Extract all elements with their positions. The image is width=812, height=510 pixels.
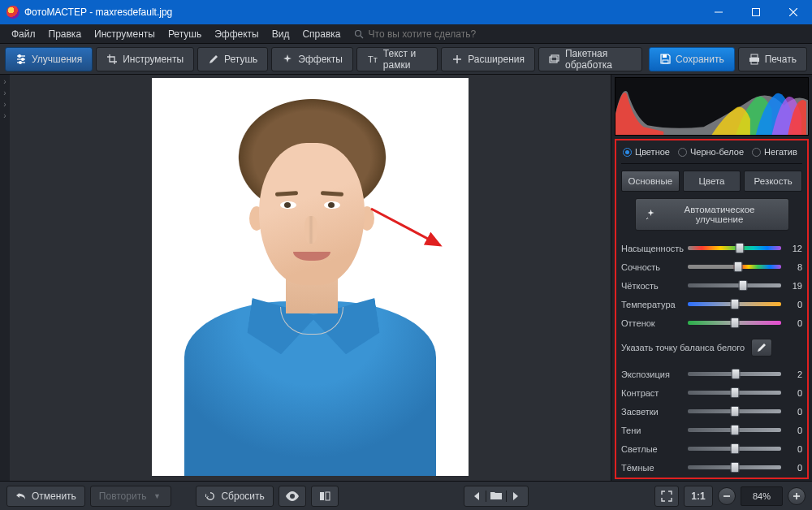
tab-batch-label: Пакетная обработка <box>565 48 632 71</box>
svg-rect-24 <box>326 492 330 500</box>
toggle-preview-button[interactable] <box>279 486 306 507</box>
print-label: Печать <box>765 54 797 65</box>
slider-knob[interactable] <box>730 318 739 328</box>
tab-text[interactable]: Tт Текст и рамки <box>356 47 438 71</box>
slider-track[interactable] <box>688 321 781 325</box>
slider-track[interactable] <box>688 447 781 451</box>
slider-track[interactable] <box>688 409 781 413</box>
reset-button[interactable]: Сбросить <box>196 486 273 507</box>
slider-knob[interactable] <box>730 299 739 309</box>
text-icon: Tт <box>367 54 378 65</box>
slider-track[interactable] <box>688 465 781 469</box>
tab-enhance[interactable]: Улучшения <box>5 47 93 71</box>
chevron-right-icon: › <box>3 89 6 97</box>
slider-track[interactable] <box>688 246 781 250</box>
save-button[interactable]: Сохранить <box>649 47 735 71</box>
eye-icon <box>286 491 299 501</box>
compare-button[interactable] <box>311 486 339 507</box>
menu-tools[interactable]: Инструменты <box>88 27 162 41</box>
next-image-button[interactable] <box>507 491 525 502</box>
slider-knob[interactable] <box>734 261 743 272</box>
slider-track[interactable] <box>688 265 781 269</box>
slider-value: 0 <box>784 300 802 309</box>
window-title: ФотоМАСТЕР - maxresdefault.jpg <box>24 6 172 18</box>
image-canvas[interactable] <box>152 78 469 476</box>
slider-value: 19 <box>784 281 802 291</box>
slider-knob[interactable] <box>738 280 747 291</box>
slider-vibrance: Сочность8 <box>621 257 802 276</box>
slider-tint: Оттенок0 <box>621 313 802 332</box>
tab-batch[interactable]: Пакетная обработка <box>538 47 642 71</box>
histogram[interactable] <box>615 77 809 136</box>
slider-label: Насыщенность <box>621 244 685 253</box>
slider-knob[interactable] <box>730 462 739 473</box>
menu-effects[interactable]: Эффекты <box>208 27 266 41</box>
slider-shadows: Тени0 <box>621 421 802 439</box>
titlebar: ФотоМАСТЕР - maxresdefault.jpg <box>0 0 812 24</box>
maximize-button[interactable] <box>737 0 775 24</box>
print-icon <box>749 54 760 65</box>
reset-icon <box>205 491 216 502</box>
redo-button[interactable]: Повторить ▼ <box>90 486 172 507</box>
menu-view[interactable]: Вид <box>266 27 296 41</box>
color-mode-row: Цветное Черно-белое Негатив <box>621 144 802 164</box>
canvas-area[interactable] <box>10 75 611 481</box>
undo-button[interactable]: Отменить <box>6 486 85 507</box>
menu-help[interactable]: Справка <box>296 27 347 41</box>
menu-retouch[interactable]: Ретушь <box>162 27 208 41</box>
close-button[interactable] <box>775 0 812 24</box>
zoom-in-button[interactable] <box>788 487 806 505</box>
help-search-input[interactable] <box>367 28 513 41</box>
portrait-face <box>259 143 365 285</box>
slider-knob[interactable] <box>731 369 740 379</box>
tab-basic[interactable]: Основные <box>621 171 680 192</box>
actual-size-button[interactable]: 1:1 <box>684 486 713 507</box>
zoom-out-button[interactable] <box>718 487 736 505</box>
slider-track[interactable] <box>688 428 781 432</box>
slider-knob[interactable] <box>730 425 739 435</box>
right-panel: Цветное Черно-белое Негатив Основные Цве… <box>611 75 812 481</box>
white-balance-picker-button[interactable] <box>751 339 772 357</box>
slider-knob[interactable] <box>730 387 739 398</box>
stack-icon <box>549 54 560 65</box>
tab-tools[interactable]: Инструменты <box>96 47 194 71</box>
slider-value: 12 <box>784 244 802 253</box>
print-button[interactable]: Печать <box>738 47 807 71</box>
save-label: Сохранить <box>676 54 724 65</box>
slider-knob[interactable] <box>730 443 739 454</box>
tab-text-label: Текст и рамки <box>383 48 427 71</box>
tab-extensions[interactable]: Расширения <box>441 47 535 71</box>
slider-label: Засветки <box>621 407 685 417</box>
main-toolbar: Улучшения Инструменты Ретушь Эффекты Tт … <box>0 44 812 75</box>
tab-effects[interactable]: Эффекты <box>271 47 353 71</box>
slider-clarity: Чёткость19 <box>621 276 802 295</box>
radio-bw[interactable]: Черно-белое <box>678 147 744 157</box>
slider-track[interactable] <box>688 372 781 376</box>
menu-file[interactable]: Файл <box>5 27 42 41</box>
menu-edit[interactable]: Правка <box>42 27 89 41</box>
slider-knob[interactable] <box>736 243 745 253</box>
svg-point-4 <box>355 30 361 36</box>
zoom-value[interactable]: 84% <box>741 486 783 506</box>
slider-track[interactable] <box>688 391 781 395</box>
tab-retouch[interactable]: Ретушь <box>197 47 268 71</box>
minimize-button[interactable] <box>700 0 737 24</box>
slider-temperature: Температура0 <box>621 295 802 313</box>
fit-screen-button[interactable] <box>654 486 679 507</box>
svg-rect-19 <box>751 54 758 58</box>
svg-point-11 <box>19 61 22 63</box>
radio-color[interactable]: Цветное <box>623 147 670 157</box>
slider-knob[interactable] <box>730 406 739 417</box>
tab-colors[interactable]: Цвета <box>683 171 741 192</box>
slider-label: Сочность <box>621 262 685 272</box>
slider-track[interactable] <box>688 302 781 306</box>
radio-negative[interactable]: Негатив <box>752 147 797 157</box>
prev-image-button[interactable] <box>468 491 486 502</box>
tab-sharpness[interactable]: Резкость <box>744 171 802 192</box>
svg-rect-1 <box>753 9 760 16</box>
open-folder-button[interactable] <box>486 491 507 502</box>
auto-enhance-button[interactable]: Автоматическое улучшение <box>635 198 789 231</box>
slider-track[interactable] <box>688 283 781 287</box>
slider-contrast: Контраст0 <box>621 383 802 402</box>
slider-whites: Светлые0 <box>621 439 802 458</box>
